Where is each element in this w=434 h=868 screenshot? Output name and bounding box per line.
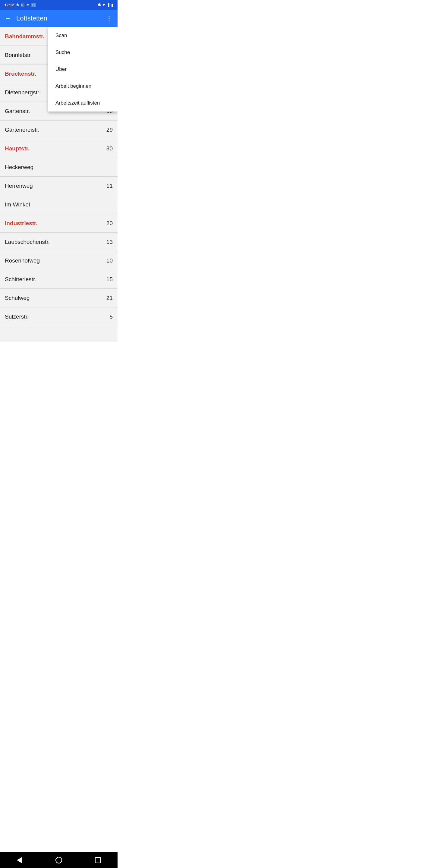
signal-icon: ▐ xyxy=(107,3,110,7)
status-bar: 12:12 ✳ ⊞ ✦ G ✱ ▾ ▐ ▮ xyxy=(0,0,118,10)
menu-item-suche[interactable]: Suche xyxy=(48,44,118,61)
menu-item-uber[interactable]: Über xyxy=(48,61,118,78)
clipboard-icon: ⊞ xyxy=(21,3,24,7)
status-left: 12:12 ✳ ⊞ ✦ G xyxy=(4,3,36,7)
pinwheel-icon: ✳ xyxy=(16,3,19,7)
battery-icon: ▮ xyxy=(111,3,113,7)
menu-item-arbeitszeit-auflisten[interactable]: Arbeitszeit auflisten xyxy=(48,95,118,112)
g-icon: G xyxy=(31,3,36,7)
status-right: ✱ ▾ ▐ ▮ xyxy=(97,2,113,7)
back-button[interactable]: ← xyxy=(5,14,11,22)
more-options-button[interactable]: ⋮ xyxy=(105,14,113,23)
menu-item-scan[interactable]: Scan xyxy=(48,27,118,44)
snowflake-icon: ✦ xyxy=(26,3,30,7)
dropdown-menu: Scan Suche Über Arbeit beginnen Arbeitsz… xyxy=(48,27,118,112)
bluetooth-icon: ✱ xyxy=(97,2,101,7)
wifi-icon: ▾ xyxy=(103,3,105,7)
page-title: Lottstetten xyxy=(16,14,101,22)
menu-item-arbeit-beginnen[interactable]: Arbeit beginnen xyxy=(48,78,118,95)
status-time: 12:12 xyxy=(4,3,14,7)
app-bar: ← Lottstetten ⋮ xyxy=(0,10,118,27)
